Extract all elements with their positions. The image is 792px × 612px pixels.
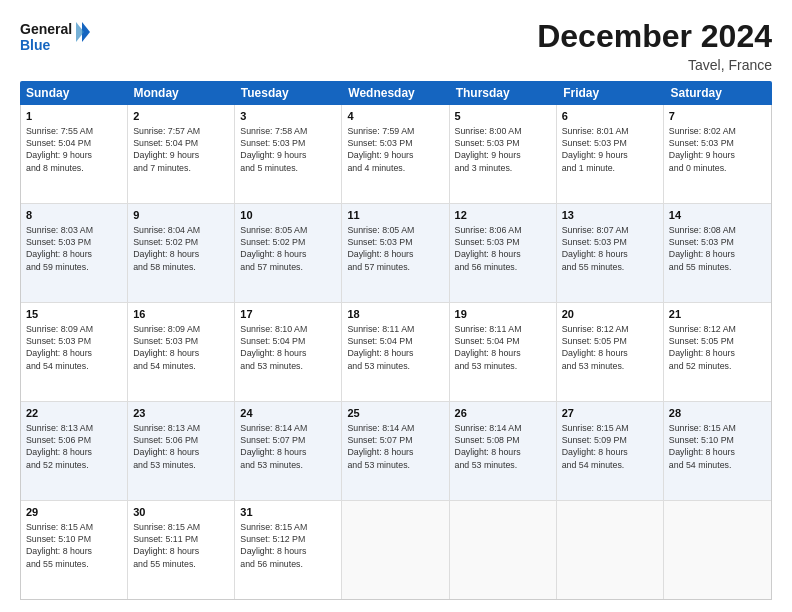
day-number: 3 [240,109,336,124]
day-info: Sunrise: 7:58 AM Sunset: 5:03 PM Dayligh… [240,125,336,174]
day-info: Sunrise: 8:05 AM Sunset: 5:02 PM Dayligh… [240,224,336,273]
day-info: Sunrise: 8:14 AM Sunset: 5:07 PM Dayligh… [240,422,336,471]
day-info: Sunrise: 8:03 AM Sunset: 5:03 PM Dayligh… [26,224,122,273]
calendar-cell-7: 7Sunrise: 8:02 AM Sunset: 5:03 PM Daylig… [664,105,771,203]
calendar-week-2: 8Sunrise: 8:03 AM Sunset: 5:03 PM Daylig… [21,204,771,303]
location: Tavel, France [537,57,772,73]
day-info: Sunrise: 7:59 AM Sunset: 5:03 PM Dayligh… [347,125,443,174]
day-info: Sunrise: 8:07 AM Sunset: 5:03 PM Dayligh… [562,224,658,273]
calendar: SundayMondayTuesdayWednesdayThursdayFrid… [20,81,772,600]
day-info: Sunrise: 8:13 AM Sunset: 5:06 PM Dayligh… [26,422,122,471]
day-number: 18 [347,307,443,322]
day-info: Sunrise: 8:15 AM Sunset: 5:10 PM Dayligh… [26,521,122,570]
day-number: 1 [26,109,122,124]
calendar-cell-12: 12Sunrise: 8:06 AM Sunset: 5:03 PM Dayli… [450,204,557,302]
day-info: Sunrise: 8:14 AM Sunset: 5:07 PM Dayligh… [347,422,443,471]
day-number: 25 [347,406,443,421]
calendar-cell-18: 18Sunrise: 8:11 AM Sunset: 5:04 PM Dayli… [342,303,449,401]
page-header: General Blue December 2024 Tavel, France [20,18,772,73]
day-number: 6 [562,109,658,124]
day-info: Sunrise: 8:10 AM Sunset: 5:04 PM Dayligh… [240,323,336,372]
calendar-cell-26: 26Sunrise: 8:14 AM Sunset: 5:08 PM Dayli… [450,402,557,500]
calendar-cell-6: 6Sunrise: 8:01 AM Sunset: 5:03 PM Daylig… [557,105,664,203]
header-day-friday: Friday [557,81,664,105]
day-info: Sunrise: 8:15 AM Sunset: 5:10 PM Dayligh… [669,422,766,471]
calendar-cell-3: 3Sunrise: 7:58 AM Sunset: 5:03 PM Daylig… [235,105,342,203]
calendar-cell-25: 25Sunrise: 8:14 AM Sunset: 5:07 PM Dayli… [342,402,449,500]
day-info: Sunrise: 8:15 AM Sunset: 5:09 PM Dayligh… [562,422,658,471]
day-info: Sunrise: 8:05 AM Sunset: 5:03 PM Dayligh… [347,224,443,273]
day-info: Sunrise: 8:00 AM Sunset: 5:03 PM Dayligh… [455,125,551,174]
calendar-cell-9: 9Sunrise: 8:04 AM Sunset: 5:02 PM Daylig… [128,204,235,302]
day-number: 28 [669,406,766,421]
calendar-cell-4: 4Sunrise: 7:59 AM Sunset: 5:03 PM Daylig… [342,105,449,203]
header-day-thursday: Thursday [450,81,557,105]
header-day-saturday: Saturday [665,81,772,105]
calendar-body: 1Sunrise: 7:55 AM Sunset: 5:04 PM Daylig… [20,105,772,600]
calendar-cell-21: 21Sunrise: 8:12 AM Sunset: 5:05 PM Dayli… [664,303,771,401]
calendar-cell-empty [664,501,771,599]
day-info: Sunrise: 8:12 AM Sunset: 5:05 PM Dayligh… [669,323,766,372]
day-info: Sunrise: 8:15 AM Sunset: 5:12 PM Dayligh… [240,521,336,570]
calendar-cell-1: 1Sunrise: 7:55 AM Sunset: 5:04 PM Daylig… [21,105,128,203]
day-info: Sunrise: 7:57 AM Sunset: 5:04 PM Dayligh… [133,125,229,174]
calendar-cell-empty [342,501,449,599]
day-number: 8 [26,208,122,223]
header-day-sunday: Sunday [20,81,127,105]
calendar-cell-5: 5Sunrise: 8:00 AM Sunset: 5:03 PM Daylig… [450,105,557,203]
day-number: 20 [562,307,658,322]
calendar-cell-empty [450,501,557,599]
day-info: Sunrise: 8:06 AM Sunset: 5:03 PM Dayligh… [455,224,551,273]
calendar-cell-19: 19Sunrise: 8:11 AM Sunset: 5:04 PM Dayli… [450,303,557,401]
day-info: Sunrise: 8:15 AM Sunset: 5:11 PM Dayligh… [133,521,229,570]
calendar-cell-22: 22Sunrise: 8:13 AM Sunset: 5:06 PM Dayli… [21,402,128,500]
header-day-tuesday: Tuesday [235,81,342,105]
logo-svg: General Blue [20,18,90,56]
day-number: 26 [455,406,551,421]
day-number: 15 [26,307,122,322]
day-number: 22 [26,406,122,421]
day-info: Sunrise: 7:55 AM Sunset: 5:04 PM Dayligh… [26,125,122,174]
day-number: 2 [133,109,229,124]
day-number: 14 [669,208,766,223]
calendar-header: SundayMondayTuesdayWednesdayThursdayFrid… [20,81,772,105]
calendar-week-3: 15Sunrise: 8:09 AM Sunset: 5:03 PM Dayli… [21,303,771,402]
calendar-cell-16: 16Sunrise: 8:09 AM Sunset: 5:03 PM Dayli… [128,303,235,401]
day-info: Sunrise: 8:09 AM Sunset: 5:03 PM Dayligh… [133,323,229,372]
calendar-cell-23: 23Sunrise: 8:13 AM Sunset: 5:06 PM Dayli… [128,402,235,500]
day-info: Sunrise: 8:09 AM Sunset: 5:03 PM Dayligh… [26,323,122,372]
day-number: 31 [240,505,336,520]
day-number: 4 [347,109,443,124]
svg-text:Blue: Blue [20,37,51,53]
calendar-week-1: 1Sunrise: 7:55 AM Sunset: 5:04 PM Daylig… [21,105,771,204]
calendar-cell-28: 28Sunrise: 8:15 AM Sunset: 5:10 PM Dayli… [664,402,771,500]
calendar-cell-24: 24Sunrise: 8:14 AM Sunset: 5:07 PM Dayli… [235,402,342,500]
month-title: December 2024 [537,18,772,55]
day-number: 10 [240,208,336,223]
calendar-cell-30: 30Sunrise: 8:15 AM Sunset: 5:11 PM Dayli… [128,501,235,599]
calendar-cell-empty [557,501,664,599]
day-number: 27 [562,406,658,421]
calendar-cell-11: 11Sunrise: 8:05 AM Sunset: 5:03 PM Dayli… [342,204,449,302]
day-number: 30 [133,505,229,520]
day-info: Sunrise: 8:12 AM Sunset: 5:05 PM Dayligh… [562,323,658,372]
calendar-cell-8: 8Sunrise: 8:03 AM Sunset: 5:03 PM Daylig… [21,204,128,302]
svg-text:General: General [20,21,72,37]
calendar-cell-27: 27Sunrise: 8:15 AM Sunset: 5:09 PM Dayli… [557,402,664,500]
calendar-cell-13: 13Sunrise: 8:07 AM Sunset: 5:03 PM Dayli… [557,204,664,302]
header-day-wednesday: Wednesday [342,81,449,105]
day-number: 9 [133,208,229,223]
day-number: 21 [669,307,766,322]
calendar-cell-29: 29Sunrise: 8:15 AM Sunset: 5:10 PM Dayli… [21,501,128,599]
day-number: 24 [240,406,336,421]
day-number: 13 [562,208,658,223]
day-number: 23 [133,406,229,421]
calendar-week-4: 22Sunrise: 8:13 AM Sunset: 5:06 PM Dayli… [21,402,771,501]
calendar-week-5: 29Sunrise: 8:15 AM Sunset: 5:10 PM Dayli… [21,501,771,599]
title-block: December 2024 Tavel, France [537,18,772,73]
day-info: Sunrise: 8:11 AM Sunset: 5:04 PM Dayligh… [455,323,551,372]
day-info: Sunrise: 8:02 AM Sunset: 5:03 PM Dayligh… [669,125,766,174]
calendar-cell-10: 10Sunrise: 8:05 AM Sunset: 5:02 PM Dayli… [235,204,342,302]
calendar-cell-14: 14Sunrise: 8:08 AM Sunset: 5:03 PM Dayli… [664,204,771,302]
day-info: Sunrise: 8:04 AM Sunset: 5:02 PM Dayligh… [133,224,229,273]
